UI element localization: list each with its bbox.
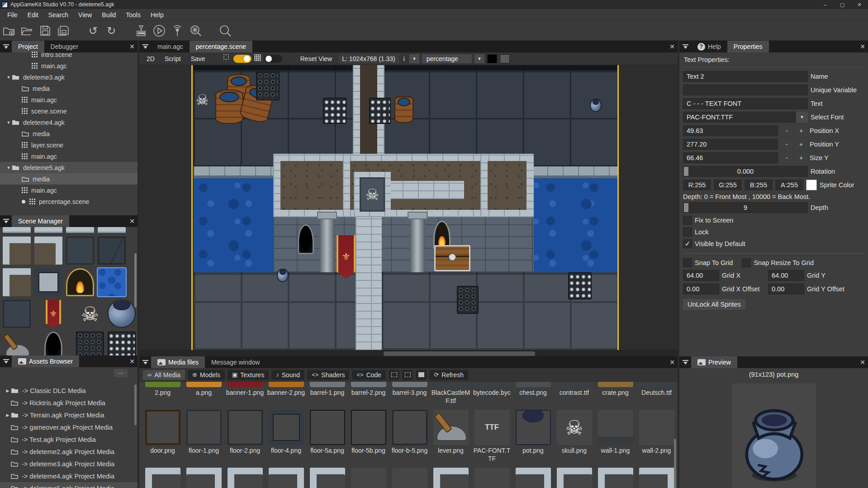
- depth-slider-thumb[interactable]: [684, 203, 688, 212]
- menu-item-view[interactable]: View: [74, 10, 96, 20]
- media-item[interactable]: [636, 465, 677, 488]
- close-icon[interactable]: ✕: [669, 41, 675, 52]
- panel-menu-icon[interactable]: [0, 355, 12, 367]
- media-item[interactable]: Deutsch.ttf: [636, 382, 677, 407]
- tree-item-scene-scene[interactable]: scene.scene: [0, 105, 138, 117]
- media-item[interactable]: TTFPAC-FONT.TTF: [471, 407, 512, 465]
- menu-item-build[interactable]: Build: [97, 10, 120, 20]
- scene-skull-item[interactable]: ☠: [194, 91, 211, 109]
- scene-select-field[interactable]: percentage: [422, 54, 472, 63]
- filter-code[interactable]: <>Code: [352, 370, 386, 380]
- assets-item[interactable]: -> Ricktris.agk Project Media: [0, 397, 138, 409]
- filter-models[interactable]: ⊕Models: [188, 370, 225, 380]
- assets-item[interactable]: -> Test.agk Project Media: [0, 433, 138, 445]
- tree-item-main-agc[interactable]: main.agc: [0, 60, 138, 71]
- position-x-minus-button[interactable]: -: [781, 125, 792, 136]
- panel-menu-icon[interactable]: [139, 356, 151, 368]
- tab-preview[interactable]: Preview: [691, 356, 737, 368]
- filter-sound[interactable]: ♪Sound: [271, 370, 304, 380]
- assets-item[interactable]: -> deleteme3.agk Project Media: [0, 458, 138, 470]
- expander-icon[interactable]: ▶: [5, 389, 11, 393]
- name-field[interactable]: [683, 71, 808, 82]
- reset-view-button[interactable]: Reset View: [297, 54, 336, 63]
- menu-item-help[interactable]: Help: [146, 10, 168, 20]
- scene-thumb-big-block[interactable]: [34, 268, 62, 296]
- size-y-minus-button[interactable]: -: [781, 152, 792, 163]
- unique-variable-field[interactable]: [683, 85, 808, 95]
- media-item[interactable]: [554, 465, 595, 488]
- tab-scene-manager[interactable]: Scene Manager: [12, 215, 69, 227]
- tree-item-intro-scene[interactable]: intro.scene: [0, 49, 138, 60]
- scene-pot-item[interactable]: [590, 99, 602, 112]
- save-icon[interactable]: [38, 23, 53, 38]
- hscroll-thumb[interactable]: [384, 351, 535, 356]
- tree-item-main-agc[interactable]: main.agc: [0, 185, 138, 196]
- assets-item[interactable]: -> gameover.agk Project Media: [0, 421, 138, 433]
- scene-studs-plate[interactable]: [256, 71, 280, 100]
- save-all-icon[interactable]: [56, 23, 71, 38]
- close-icon[interactable]: ✕: [860, 356, 865, 368]
- close-icon[interactable]: ✕: [860, 41, 865, 52]
- media-item[interactable]: wall-2.png: [636, 407, 677, 465]
- media-item[interactable]: door.png: [142, 407, 183, 465]
- redo-icon[interactable]: ↻: [104, 23, 119, 38]
- media-item[interactable]: pot.png: [512, 407, 554, 465]
- scene-canvas[interactable]: ☠⚜☠: [139, 65, 678, 350]
- media-item[interactable]: [512, 465, 554, 488]
- media-item[interactable]: wall-1.png: [595, 407, 636, 465]
- menu-item-tools[interactable]: Tools: [121, 10, 145, 20]
- scene-thumb-banner-thumb[interactable]: ⚜: [46, 300, 61, 328]
- assets-item[interactable]: ▶-> Classic DLC Media: [0, 384, 138, 397]
- media-item[interactable]: contrast.ttf: [554, 382, 595, 407]
- scene-thumb-fire-thumb[interactable]: [66, 268, 94, 296]
- tree-item-media[interactable]: media: [0, 83, 138, 94]
- media-item[interactable]: floor-5b.png: [348, 407, 389, 465]
- secondary-color-swatch[interactable]: [500, 54, 510, 63]
- scene-thumb-wall-corner[interactable]: [3, 268, 31, 296]
- scene-thumb-arch-thumb[interactable]: [44, 332, 62, 355]
- chevron-down-icon[interactable]: ▼: [474, 54, 484, 63]
- position-x-plus-button[interactable]: +: [795, 125, 807, 136]
- rotation-slider-thumb[interactable]: [684, 167, 688, 176]
- tab-media-files[interactable]: Media files: [151, 356, 205, 368]
- tab-main-agc[interactable]: main.agc: [151, 41, 190, 52]
- tab-properties[interactable]: Properties: [727, 41, 769, 52]
- filter-all-media[interactable]: ∞All Media: [143, 370, 185, 380]
- scene-pillar[interactable]: [319, 212, 335, 272]
- position-x-field[interactable]: [683, 125, 778, 136]
- broadcast-icon[interactable]: [170, 23, 185, 38]
- background-color-swatch[interactable]: [487, 54, 497, 63]
- visible-by-default-checkbox[interactable]: ✓: [683, 239, 692, 248]
- assets-item[interactable]: -> deleteme4.agk Project Media: [0, 470, 138, 482]
- scene-thumb-studs-plate[interactable]: [76, 332, 104, 355]
- scene-spikes-plate[interactable]: [369, 98, 391, 124]
- filter-shaders[interactable]: <>Shaders: [307, 370, 349, 380]
- position-y-minus-button[interactable]: -: [781, 139, 792, 150]
- assets-item[interactable]: ▶-> Terrain.agk Project Media: [0, 409, 138, 421]
- assets-item[interactable]: -> deleteme2.agk Project Media: [0, 445, 138, 458]
- media-item[interactable]: [389, 465, 430, 488]
- media-item[interactable]: BlackCastleMF.ttf: [430, 382, 471, 407]
- media-item[interactable]: floor-b-5.png: [389, 407, 430, 465]
- scene-thumb-wall-edge[interactable]: [98, 227, 126, 233]
- assets-more-button[interactable]: ...: [114, 369, 128, 377]
- media-item[interactable]: banner-1.png: [224, 382, 266, 407]
- open-project-icon[interactable]: [19, 23, 35, 38]
- rotation-slider[interactable]: 0.000: [683, 166, 808, 177]
- undo-icon[interactable]: ↺: [85, 23, 101, 38]
- size-y-field[interactable]: [683, 152, 778, 163]
- media-item[interactable]: [142, 465, 183, 488]
- menu-item-edit[interactable]: Edit: [23, 10, 43, 20]
- media-item[interactable]: [307, 465, 348, 488]
- select-image-icon[interactable]: [402, 370, 413, 380]
- expander-icon[interactable]: ▶: [5, 413, 11, 417]
- media-item[interactable]: chest.png: [512, 382, 554, 407]
- overlay-toggle[interactable]: [264, 55, 282, 63]
- fix-to-screen-checkbox[interactable]: [683, 216, 692, 225]
- scene-thumb-wall-corner[interactable]: [3, 237, 31, 265]
- media-item[interactable]: 2.png: [142, 382, 183, 407]
- scene-thumb-wall-edge[interactable]: [3, 227, 31, 233]
- canvas-hscrollbar[interactable]: [139, 350, 678, 356]
- scene-thumb-skull-thumb[interactable]: ☠: [76, 300, 104, 328]
- media-item[interactable]: lever.png: [430, 407, 471, 465]
